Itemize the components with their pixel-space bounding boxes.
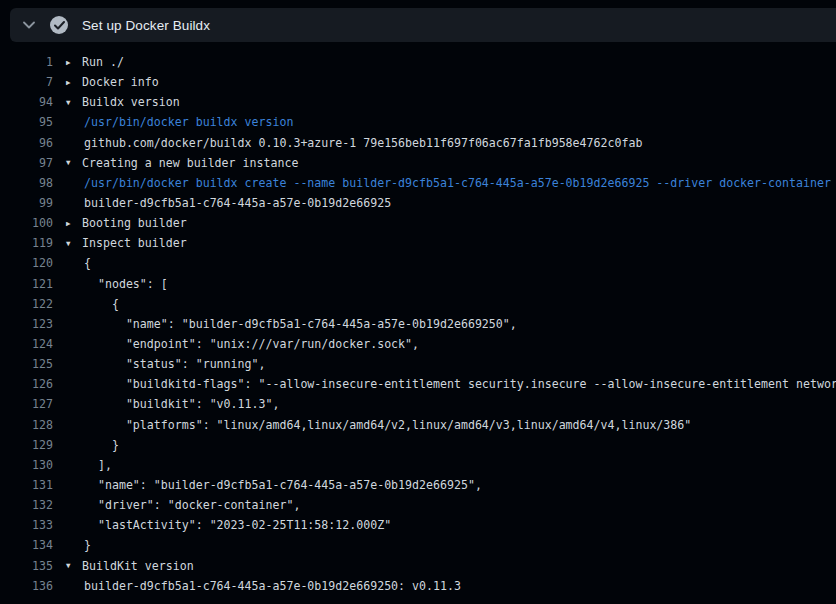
log-line: 136 builder-d9cfb5a1-c764-445a-a57e-0b19… xyxy=(0,576,836,596)
step-header[interactable]: Set up Docker Buildx xyxy=(10,8,836,42)
line-content: ▶Run ./ xyxy=(66,55,124,69)
line-number[interactable]: 136 xyxy=(0,579,53,593)
line-content: { xyxy=(66,256,91,270)
line-number[interactable]: 96 xyxy=(0,136,53,150)
disclosure-triangle-icon[interactable]: ▼ xyxy=(66,98,82,107)
line-text: "status": "running", xyxy=(66,357,265,371)
line-content: "lastActivity": "2023-02-25T11:58:12.000… xyxy=(66,518,391,532)
log-line: 99 builder-d9cfb5a1-c764-445a-a57e-0b19d… xyxy=(0,193,836,213)
log-line: 128 "platforms": "linux/amd64,linux/amd6… xyxy=(0,415,836,435)
line-text: Creating a new builder instance xyxy=(82,156,298,170)
line-text: "nodes": [ xyxy=(66,277,168,291)
line-content: ▶Docker info xyxy=(66,75,159,89)
line-number[interactable]: 120 xyxy=(0,256,53,270)
log-line: 134 } xyxy=(0,535,836,555)
line-content: "buildkitd-flags": "--allow-insecure-ent… xyxy=(66,377,836,391)
line-content: ▼Inspect builder xyxy=(66,236,187,250)
log-line: 96 github.com/docker/buildx 0.10.3+azure… xyxy=(0,133,836,153)
log-line: 125 "status": "running", xyxy=(0,354,836,374)
line-number[interactable]: 127 xyxy=(0,397,53,411)
line-text: /usr/bin/docker buildx version xyxy=(66,115,293,129)
line-text: "driver": "docker-container", xyxy=(66,498,300,512)
log-line: 130 ], xyxy=(0,455,836,475)
line-number[interactable]: 133 xyxy=(0,518,53,532)
line-number[interactable]: 134 xyxy=(0,538,53,552)
line-content: "name": "builder-d9cfb5a1-c764-445a-a57e… xyxy=(66,478,482,492)
line-text: "buildkitd-flags": "--allow-insecure-ent… xyxy=(66,377,836,391)
chevron-down-icon[interactable] xyxy=(22,18,36,32)
line-number[interactable]: 128 xyxy=(0,418,53,432)
log-line: 120 { xyxy=(0,253,836,273)
log-line: 126 "buildkitd-flags": "--allow-insecure… xyxy=(0,374,836,394)
line-number[interactable]: 122 xyxy=(0,297,53,311)
line-text: "endpoint": "unix:///var/run/docker.sock… xyxy=(66,337,419,351)
disclosure-triangle-icon[interactable]: ▶ xyxy=(66,78,82,87)
log-group-line[interactable]: 119 ▼Inspect builder xyxy=(0,233,836,253)
line-text: Booting builder xyxy=(82,216,187,230)
disclosure-triangle-icon[interactable]: ▶ xyxy=(66,58,82,67)
line-text: /usr/bin/docker buildx create --name bui… xyxy=(66,176,831,190)
line-number[interactable]: 100 xyxy=(0,216,53,230)
line-number[interactable]: 124 xyxy=(0,337,53,351)
line-text: "name": "builder-d9cfb5a1-c764-445a-a57e… xyxy=(66,478,482,492)
line-number[interactable]: 98 xyxy=(0,176,53,190)
log-line: 122 { xyxy=(0,294,836,314)
line-content: ▼Creating a new builder instance xyxy=(66,156,298,170)
line-content: /usr/bin/docker buildx create --name bui… xyxy=(66,176,831,190)
line-number[interactable]: 132 xyxy=(0,498,53,512)
line-text: "platforms": "linux/amd64,linux/amd64/v2… xyxy=(66,418,691,432)
line-number[interactable]: 7 xyxy=(0,75,53,89)
line-number[interactable]: 125 xyxy=(0,357,53,371)
log-group-line[interactable]: 100 ▶Booting builder xyxy=(0,213,836,233)
line-number[interactable]: 99 xyxy=(0,196,53,210)
line-number[interactable]: 95 xyxy=(0,115,53,129)
line-number[interactable]: 121 xyxy=(0,277,53,291)
log-group-line[interactable]: 1 ▶Run ./ xyxy=(0,52,836,72)
line-number[interactable]: 126 xyxy=(0,377,53,391)
line-content: "driver": "docker-container", xyxy=(66,498,300,512)
line-content: } xyxy=(66,438,119,452)
line-number[interactable]: 119 xyxy=(0,236,53,250)
disclosure-triangle-icon[interactable]: ▶ xyxy=(66,219,82,228)
log-group-line[interactable]: 135 ▼BuildKit version xyxy=(0,556,836,576)
line-text: "name": "builder-d9cfb5a1-c764-445a-a57e… xyxy=(66,317,517,331)
line-content: "nodes": [ xyxy=(66,277,168,291)
line-number[interactable]: 1 xyxy=(0,55,53,69)
line-text: } xyxy=(66,438,119,452)
log-line: 95 /usr/bin/docker buildx version xyxy=(0,112,836,132)
line-content: "status": "running", xyxy=(66,357,265,371)
line-text: } xyxy=(66,538,91,552)
disclosure-triangle-icon[interactable]: ▼ xyxy=(66,561,82,570)
line-text: "buildkit": "v0.11.3", xyxy=(66,397,279,411)
log-group-line[interactable]: 97 ▼Creating a new builder instance xyxy=(0,153,836,173)
step-title: Set up Docker Buildx xyxy=(82,18,210,33)
line-number[interactable]: 130 xyxy=(0,458,53,472)
line-text: "lastActivity": "2023-02-25T11:58:12.000… xyxy=(66,518,391,532)
line-content: "name": "builder-d9cfb5a1-c764-445a-a57e… xyxy=(66,317,517,331)
line-number[interactable]: 129 xyxy=(0,438,53,452)
line-number[interactable]: 94 xyxy=(0,95,53,109)
line-text: Buildx version xyxy=(82,95,180,109)
line-number[interactable]: 135 xyxy=(0,559,53,573)
line-content: /usr/bin/docker buildx version xyxy=(66,115,293,129)
log-line: 127 "buildkit": "v0.11.3", xyxy=(0,394,836,414)
line-text: BuildKit version xyxy=(82,559,194,573)
line-content: "buildkit": "v0.11.3", xyxy=(66,397,279,411)
log-group-line[interactable]: 7 ▶Docker info xyxy=(0,72,836,92)
line-text: Inspect builder xyxy=(82,236,187,250)
line-content: github.com/docker/buildx 0.10.3+azure-1 … xyxy=(66,136,642,150)
disclosure-triangle-icon[interactable]: ▼ xyxy=(66,239,82,248)
line-text: Docker info xyxy=(82,75,159,89)
line-text: { xyxy=(66,256,91,270)
line-content: "endpoint": "unix:///var/run/docker.sock… xyxy=(66,337,419,351)
line-text: github.com/docker/buildx 0.10.3+azure-1 … xyxy=(66,136,642,150)
log-line: 133 "lastActivity": "2023-02-25T11:58:12… xyxy=(0,515,836,535)
log-line: 123 "name": "builder-d9cfb5a1-c764-445a-… xyxy=(0,314,836,334)
line-number[interactable]: 97 xyxy=(0,156,53,170)
log-line: 98 /usr/bin/docker buildx create --name … xyxy=(0,173,836,193)
disclosure-triangle-icon[interactable]: ▼ xyxy=(66,158,82,167)
line-content: { xyxy=(66,297,119,311)
line-number[interactable]: 131 xyxy=(0,478,53,492)
log-group-line[interactable]: 94 ▼Buildx version xyxy=(0,92,836,112)
line-number[interactable]: 123 xyxy=(0,317,53,331)
